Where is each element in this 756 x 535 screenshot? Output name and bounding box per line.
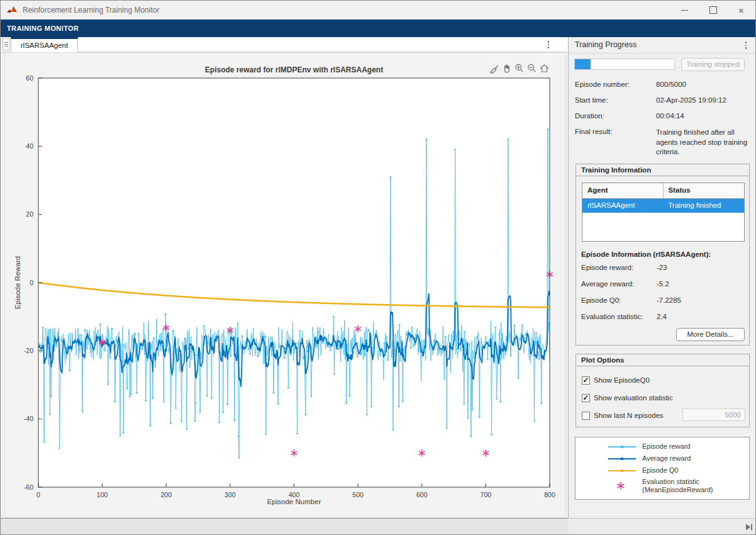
svg-text:-40: -40 <box>24 415 33 422</box>
svg-text:0: 0 <box>30 279 33 286</box>
close-icon: × <box>738 6 744 15</box>
legend-label: Average reward <box>642 454 691 463</box>
episode-reward-chart[interactable]: 0100200300400500600700800-60-40-20020406… <box>5 53 565 517</box>
training-progress-panel: Training Progress Training stopped Episo… <box>568 37 756 518</box>
training-information-section: Training Information Agent Status rlSARS… <box>575 164 750 346</box>
tab-training-monitor[interactable]: TRAINING MONITOR <box>1 25 79 32</box>
training-information-title: Training Information <box>576 164 749 176</box>
svg-text:200: 200 <box>160 491 172 498</box>
line-swatch-icon <box>608 454 636 463</box>
axes-toolbar <box>489 63 550 74</box>
svg-text:600: 600 <box>416 491 428 498</box>
column-header-agent: Agent <box>582 183 664 198</box>
svg-text:-60: -60 <box>24 483 33 491</box>
svg-text:800: 800 <box>544 491 555 498</box>
episode-reward-value: -23 <box>657 264 667 271</box>
tab-list-button[interactable] <box>3 38 10 50</box>
legend-label: Evaluation statistic(MeanEpisodeReward) <box>642 478 713 495</box>
final-result-label: Final result: <box>575 128 612 135</box>
show-evaluation-statistic-label: Show evaluation statistic <box>594 394 673 402</box>
legend-label: Episode Q0 <box>642 466 678 475</box>
duration-label: Duration: <box>575 112 604 120</box>
minimize-button[interactable] <box>670 1 699 20</box>
episode-reward-label: Episode reward: <box>581 264 633 271</box>
svg-text:-20: -20 <box>24 347 33 354</box>
legend-entry: Episode reward <box>575 441 749 453</box>
zoom-out-icon[interactable] <box>526 63 537 74</box>
svg-text:Episode Reward: Episode Reward <box>14 256 21 309</box>
agent-status-table: Agent Status rlSARSAAgent Training finis… <box>582 183 745 242</box>
plot-options-section: Plot Options ✓ Show EpisodeQ0 ✓ Show eva… <box>575 354 750 427</box>
horizontal-scrollbar[interactable] <box>1 518 568 535</box>
show-episodeq0-checkbox[interactable]: ✓ <box>582 376 590 385</box>
svg-text:20: 20 <box>26 210 33 218</box>
panel-title: Training Progress <box>575 40 636 49</box>
matlab-logo-icon <box>6 5 18 15</box>
svg-text:Episode reward for rlMDPEnv wi: Episode reward for rlMDPEnv with rlSARSA… <box>205 65 383 74</box>
episode-number-value: 800/5000 <box>656 81 686 88</box>
svg-text:500: 500 <box>352 491 364 498</box>
maximize-button[interactable] <box>699 1 727 20</box>
agent-name-cell: rlSARSAAgent <box>582 199 664 213</box>
toolstrip: TRAINING MONITOR <box>1 20 755 37</box>
zoom-in-icon[interactable] <box>514 63 525 74</box>
legend-entry: Evaluation statistic(MeanEpisodeReward) <box>575 475 749 497</box>
show-episodeq0-label: Show EpisodeQ0 <box>594 376 650 384</box>
last-n-episodes-input[interactable] <box>682 408 745 421</box>
show-last-n-episodes-option: Show last N episodes <box>582 410 664 420</box>
evaluation-statistic-value: 2.4 <box>657 313 667 320</box>
collapse-panel-icon[interactable] <box>745 523 753 531</box>
close-button[interactable]: × <box>727 1 755 20</box>
evaluation-statistic-label: Evaluation statistic: <box>581 313 643 320</box>
svg-text:60: 60 <box>26 74 33 82</box>
panel-actions-menu-icon[interactable] <box>742 40 750 50</box>
episode-q0-label: Episode Q0: <box>581 296 621 304</box>
panel-header: Training Progress <box>569 37 756 54</box>
svg-text:700: 700 <box>481 491 492 498</box>
duration-value: 00:04:14 <box>656 112 684 120</box>
document-tabstrip: rlSARSAAgent <box>1 37 568 52</box>
tab-rlsarsaagent[interactable]: rlSARSAAgent <box>11 37 78 52</box>
legend-entry: Average reward <box>575 453 749 465</box>
svg-text:100: 100 <box>97 491 108 498</box>
episode-q0-value: -7.2285 <box>657 296 681 304</box>
brush-icon[interactable] <box>489 63 499 74</box>
table-header-row: Agent Status <box>582 183 744 199</box>
svg-text:Episode Number: Episode Number <box>267 498 321 505</box>
panel-bottom-strip <box>568 518 756 535</box>
document-actions-menu-icon[interactable] <box>544 40 553 50</box>
show-last-n-episodes-checkbox[interactable] <box>582 412 590 420</box>
training-stopped-button[interactable]: Training stopped <box>681 58 745 71</box>
column-header-status: Status <box>664 183 745 198</box>
app-window: Reinforcement Learning Training Monitor … <box>0 0 756 535</box>
home-icon[interactable] <box>539 63 550 74</box>
pan-icon[interactable] <box>501 63 512 74</box>
window-title: Reinforcement Learning Training Monitor <box>23 6 159 14</box>
start-time-label: Start time: <box>575 96 608 104</box>
svg-text:0: 0 <box>36 491 40 498</box>
training-progress-bar-fill <box>575 59 591 69</box>
training-progress-bar <box>574 59 675 70</box>
maximize-icon <box>709 6 717 14</box>
legend-label: Episode reward <box>642 442 690 451</box>
plot-document: 0100200300400500600700800-60-40-20020406… <box>4 52 565 518</box>
more-details-button[interactable]: More Details... <box>676 328 745 341</box>
plot-options-title: Plot Options <box>576 354 749 366</box>
show-episodeq0-option: ✓ Show EpisodeQ0 <box>582 375 650 385</box>
chart-legend: Episode rewardAverage rewardEpisode Q0Ev… <box>575 437 750 500</box>
table-row[interactable]: rlSARSAAgent Training finished <box>582 199 744 213</box>
line-swatch-icon <box>608 466 636 475</box>
final-result-value: Training finished after all agents reach… <box>656 128 750 157</box>
show-evaluation-statistic-checkbox[interactable]: ✓ <box>582 394 590 402</box>
average-reward-label: Average reward: <box>581 280 634 288</box>
minimize-icon <box>681 10 688 11</box>
line-swatch-icon <box>608 442 636 451</box>
episode-information-title: Episode Information (rlSARSAAgent): <box>581 251 711 258</box>
show-last-n-episodes-label: Show last N episodes <box>594 412 664 419</box>
show-evaluation-statistic-option: ✓ Show evaluation statistic <box>582 393 673 403</box>
title-bar[interactable]: Reinforcement Learning Training Monitor … <box>1 1 755 20</box>
start-time-value: 02-Apr-2025 19:09:12 <box>656 96 726 104</box>
episode-number-label: Episode number: <box>575 81 630 88</box>
agent-status-cell: Training finished <box>664 199 745 213</box>
svg-text:40: 40 <box>26 142 33 150</box>
